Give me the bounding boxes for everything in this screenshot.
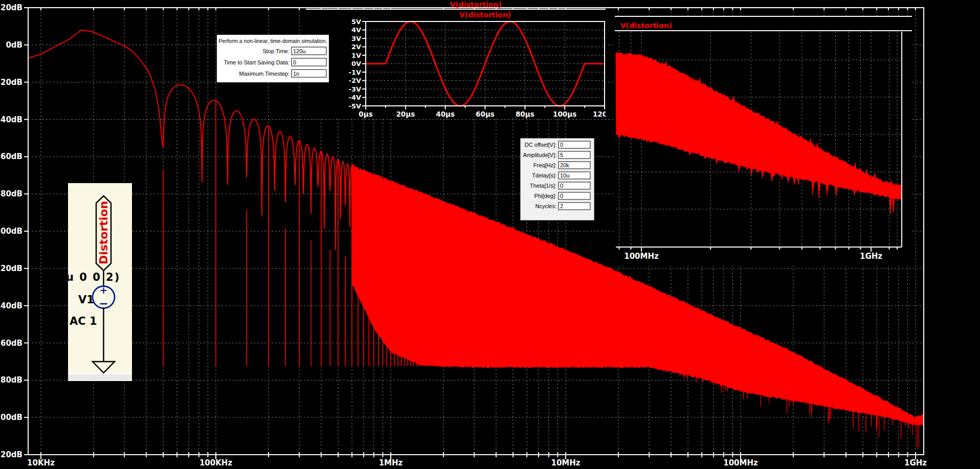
y-axis-label: -220dB: [0, 450, 23, 459]
y-axis-label: -140dB: [0, 301, 23, 310]
freq-input[interactable]: [558, 161, 591, 169]
schematic-panel[interactable]: Distortion u 0 0 2) V1 AC 1: [68, 183, 132, 381]
ncycles-input[interactable]: [558, 202, 591, 210]
phi-input[interactable]: [558, 192, 591, 200]
time-inset-title: V(distortion): [366, 11, 605, 19]
time-ticks: [362, 21, 605, 109]
y-axis-label: -160dB: [0, 339, 23, 348]
tdelay-row: Tdelay[s]:: [521, 171, 591, 180]
freq-band: [616, 52, 902, 214]
time-trace: [366, 21, 604, 106]
phi-label: Phi[deg]:: [534, 193, 556, 199]
x-axis-label: 1MHz: [379, 458, 403, 467]
spice-directive-fragment: u 0 0 2): [68, 271, 120, 283]
max-timestep-input[interactable]: [291, 69, 327, 78]
phi-row: Phi[deg]:: [521, 192, 591, 200]
designator-v1[interactable]: V1: [78, 294, 94, 306]
dc-offset-row: DC offset[V]:: [521, 141, 591, 149]
y-axis-label: -120dB: [0, 264, 23, 273]
x-axis-label: 100KHz: [199, 458, 232, 467]
time-y-label: 1V: [351, 52, 361, 59]
theta-label: Theta[1/s]:: [530, 183, 556, 189]
ac-value-label[interactable]: AC 1: [70, 315, 97, 327]
time-y-label: 5V: [351, 18, 361, 26]
max-timestep-row: Maximum Timestep:: [217, 69, 327, 78]
transient-dialog-heading: Perform a non-linear, time-domain simula…: [217, 35, 329, 44]
dc-offset-input[interactable]: [558, 141, 591, 149]
freq-inset-title: V(distortion): [620, 21, 672, 30]
time-x-label: 80µs: [516, 110, 534, 118]
panel-bottom-strip: [68, 373, 132, 380]
y-axis-label: -60dB: [0, 152, 23, 161]
time-x-label: 20µs: [396, 110, 415, 118]
y-axis-label: 20dB: [1, 3, 23, 12]
dc-offset-label: DC offset[V]:: [525, 142, 556, 148]
plus-icon: [101, 287, 107, 294]
y-axis-label: -80dB: [0, 189, 23, 198]
amplitude-label: Amplitude[V]:: [523, 152, 556, 158]
freq-x-label: 1GHz: [860, 252, 882, 261]
start-saving-row: Time to Start Saving Data:: [217, 58, 327, 66]
time-y-label: -3V: [348, 85, 361, 93]
tdelay-input[interactable]: [558, 171, 591, 180]
time-y-label: -5V: [348, 102, 361, 110]
y-axis-label: -20dB: [0, 78, 23, 87]
x-axis-label: 100MHz: [723, 458, 758, 467]
time-x-label: 100µs: [553, 110, 576, 118]
freq-x-label: 100MHz: [624, 252, 659, 261]
amplitude-input[interactable]: [558, 151, 591, 159]
net-label-distortion[interactable]: Distortion: [97, 189, 110, 277]
x-axis-label: 1GHz: [904, 458, 927, 467]
y-axis-label: -100dB: [0, 227, 23, 236]
max-timestep-label: Maximum Timestep:: [239, 71, 289, 77]
freq-row: Freq[Hz]:: [521, 161, 591, 169]
sine-source-dialog: DC offset[V]: Amplitude[V]: Freq[Hz]: Td…: [520, 138, 594, 220]
stop-time-input[interactable]: [291, 47, 327, 55]
time-y-label: 4V: [351, 26, 361, 34]
x-axis-label: 10KHz: [27, 458, 55, 467]
main-plot-title: V(distortion): [425, 1, 527, 9]
x-axis-label: 10MHz: [551, 458, 580, 467]
theta-input[interactable]: [558, 182, 591, 190]
freq-label: Freq[Hz]:: [533, 162, 556, 168]
ltspice-window: 20dB0dB-20dB-40dB-60dB-80dB-100dB-120dB-…: [0, 0, 980, 469]
zoomed-fft-plot: 100MHz1GHz: [615, 16, 912, 266]
time-y-label: 0V: [351, 60, 361, 68]
amplitude-row: Amplitude[V]:: [521, 151, 591, 159]
y-axis-label: -200dB: [0, 413, 23, 422]
time-y-label: 3V: [351, 35, 361, 42]
ncycles-label: Ncycles:: [535, 203, 556, 209]
transient-simulation-dialog: Perform a non-linear, time-domain simula…: [217, 35, 329, 82]
time-x-label: 60µs: [476, 110, 495, 118]
tdelay-label: Tdelay[s]:: [532, 172, 556, 178]
zoomed-fft-inset: 100MHz1GHz V(distortion): [615, 16, 912, 266]
stop-time-label: Stop Time:: [262, 48, 289, 54]
y-axis-label: 0dB: [6, 40, 23, 50]
stop-time-row: Stop Time:: [217, 47, 327, 55]
time-domain-inset: 5V4V3V2V1V0V-1V-2V-3V-4V-5V0µs20µs40µs60…: [306, 9, 606, 119]
time-domain-plot: 5V4V3V2V1V0V-1V-2V-3V-4V-5V0µs20µs40µs60…: [306, 9, 606, 119]
time-x-label: 40µs: [436, 110, 455, 118]
y-axis-label: -40dB: [0, 115, 23, 124]
time-x-label: 120µs: [593, 110, 606, 118]
time-y-label: -2V: [348, 77, 361, 84]
time-y-label: 2V: [351, 43, 361, 51]
time-y-label: -1V: [348, 69, 361, 76]
time-y-label: -4V: [348, 94, 361, 101]
y-axis-label: -180dB: [0, 375, 23, 385]
start-saving-label: Time to Start Saving Data:: [224, 59, 289, 65]
time-x-label: 0µs: [359, 110, 372, 118]
theta-row: Theta[1/s]:: [521, 182, 591, 190]
start-saving-input[interactable]: [291, 58, 327, 66]
ground-icon[interactable]: [93, 362, 115, 373]
ncycles-row: Ncycles:: [521, 202, 591, 210]
